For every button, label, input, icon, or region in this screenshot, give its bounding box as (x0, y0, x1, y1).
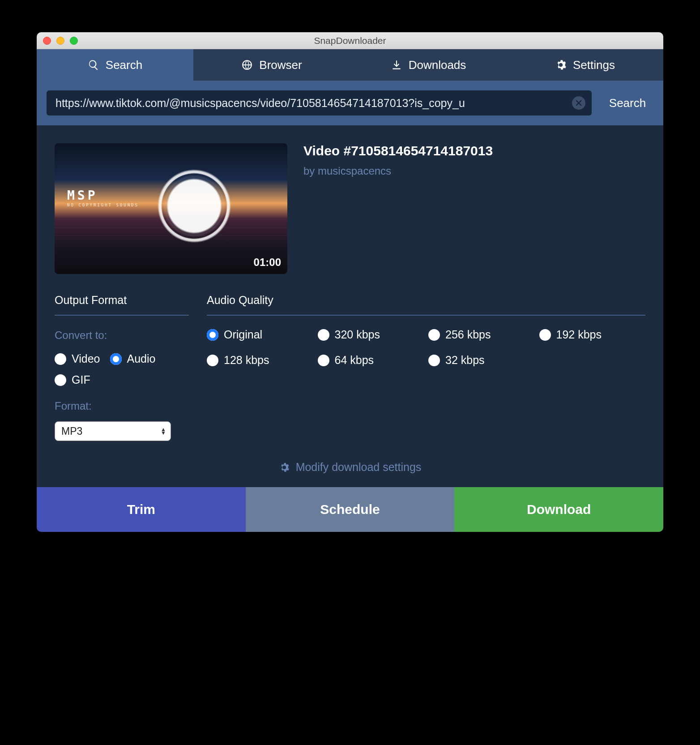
quality-192-kbps-radio[interactable]: 192 kbps (539, 328, 646, 341)
gear-icon (555, 59, 567, 71)
content-area: MSPNO COPYRIGHT SOUNDS 01:00 Video #7105… (37, 125, 663, 487)
radio-label: Audio (127, 352, 156, 365)
gear-icon (279, 462, 290, 473)
video-title: Video #7105814654714187013 (303, 143, 493, 158)
radio-icon (428, 329, 440, 341)
radio-icon (318, 355, 329, 366)
tab-settings[interactable]: Settings (507, 49, 663, 81)
output-format-section: Output Format Convert to: VideoAudioGIF … (55, 294, 189, 441)
schedule-button[interactable]: Schedule (246, 487, 455, 532)
radio-label: 64 kbps (335, 354, 374, 367)
format-select[interactable]: MP3 ▲▼ (55, 421, 171, 441)
audio-quality-heading: Audio Quality (207, 294, 645, 316)
tab-search[interactable]: Search (37, 49, 193, 81)
radio-icon (110, 353, 122, 365)
footer-actions: Trim Schedule Download (37, 487, 663, 532)
radio-icon (207, 329, 218, 341)
thumbnail-logo: MSPNO COPYRIGHT SOUNDS (67, 188, 139, 207)
convert-gif-radio[interactable]: GIF (55, 373, 90, 386)
app-window: SnapDownloader Search Browser Downloads … (37, 32, 663, 532)
quality-320-kbps-radio[interactable]: 320 kbps (318, 328, 424, 341)
radio-icon (55, 353, 66, 365)
radio-icon (55, 374, 66, 386)
audio-quality-section: Audio Quality Original320 kbps256 kbps19… (207, 294, 645, 441)
convert-video-radio[interactable]: Video (55, 352, 100, 365)
radio-label: Original (224, 328, 262, 341)
modify-settings-link[interactable]: Modify download settings (55, 441, 645, 487)
search-icon (88, 59, 99, 71)
radio-icon (428, 355, 440, 366)
url-field (47, 90, 592, 116)
quality-original-radio[interactable]: Original (207, 328, 313, 341)
url-input[interactable] (55, 97, 572, 110)
format-label: Format: (55, 400, 189, 412)
titlebar: SnapDownloader (37, 32, 663, 49)
format-select-value: MP3 (61, 425, 82, 437)
tab-downloads[interactable]: Downloads (350, 49, 507, 81)
search-bar: Search (37, 81, 663, 125)
video-author: by musicspacencs (303, 165, 493, 177)
video-duration: 01:00 (254, 256, 281, 269)
search-button[interactable]: Search (592, 90, 663, 116)
download-button[interactable]: Download (454, 487, 663, 532)
close-icon (576, 100, 581, 106)
radio-label: GIF (72, 373, 90, 386)
radio-label: 192 kbps (556, 328, 602, 341)
tab-downloads-label: Downloads (409, 58, 466, 72)
video-thumbnail[interactable]: MSPNO COPYRIGHT SOUNDS 01:00 (55, 143, 287, 274)
window-title: SnapDownloader (37, 35, 663, 46)
tab-settings-label: Settings (573, 58, 615, 72)
quality-128-kbps-radio[interactable]: 128 kbps (207, 354, 313, 367)
quality-256-kbps-radio[interactable]: 256 kbps (428, 328, 535, 341)
radio-icon (318, 329, 329, 341)
convert-audio-radio[interactable]: Audio (110, 352, 156, 365)
quality-32-kbps-radio[interactable]: 32 kbps (428, 354, 535, 367)
radio-label: 32 kbps (445, 354, 485, 367)
radio-icon (207, 355, 218, 366)
globe-icon (241, 59, 253, 71)
radio-label: 320 kbps (335, 328, 380, 341)
radio-icon (539, 329, 551, 341)
convert-to-label: Convert to: (55, 329, 189, 342)
tab-browser-label: Browser (259, 58, 302, 72)
trim-button[interactable]: Trim (37, 487, 246, 532)
radio-label: 256 kbps (445, 328, 491, 341)
quality-64-kbps-radio[interactable]: 64 kbps (318, 354, 424, 367)
tab-browser[interactable]: Browser (193, 49, 350, 81)
chevron-updown-icon: ▲▼ (161, 428, 166, 435)
tab-search-label: Search (106, 58, 142, 72)
output-format-heading: Output Format (55, 294, 189, 316)
download-icon (391, 59, 402, 71)
clear-url-button[interactable] (572, 96, 585, 110)
main-tabs: Search Browser Downloads Settings (37, 49, 663, 81)
radio-label: Video (72, 352, 100, 365)
radio-label: 128 kbps (224, 354, 269, 367)
